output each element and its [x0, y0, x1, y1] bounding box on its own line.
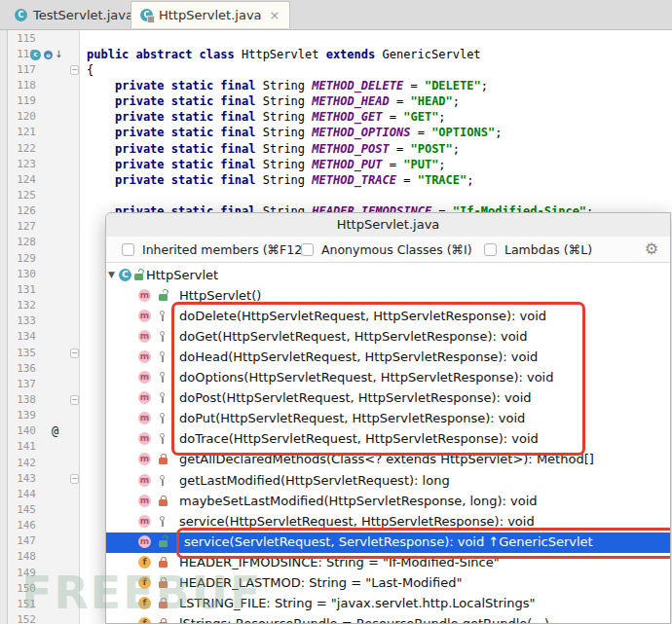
private-visibility-icon	[158, 496, 168, 508]
code-line: {	[87, 63, 93, 77]
protected-visibility-icon	[158, 351, 168, 364]
structure-row[interactable]: mdoOptions(HttpServletRequest, HttpServl…	[106, 368, 670, 388]
structure-row[interactable]: mgetAllDeclaredMethods(Class<? extends H…	[106, 450, 670, 470]
structure-member-list[interactable]: ▼CHttpServletmHttpServlet()mdoDelete(Htt…	[106, 262, 670, 623]
member-label: lStrings: ResourceBundle = ResourceBundl…	[179, 616, 549, 623]
member-label: doDelete(HttpServletRequest, HttpServlet…	[179, 309, 546, 323]
popup-title: HttpServlet.java	[106, 213, 670, 238]
code-token: String	[263, 126, 313, 139]
checkbox-icon[interactable]	[122, 243, 134, 256]
structure-row[interactable]: mdoPost(HttpServletRequest, HttpServletR…	[106, 388, 670, 409]
filter-anonymous-classes[interactable]: Anonymous Classes (⌘I)	[301, 237, 472, 262]
overridden-arrow-icon[interactable]: ↓	[55, 49, 62, 59]
checkbox-icon[interactable]	[301, 243, 314, 256]
member-label: doPost(HttpServletRequest, HttpServletRe…	[179, 390, 532, 405]
protected-visibility-icon	[158, 475, 168, 488]
method-icon: m	[138, 453, 151, 465]
code-token: ;	[453, 94, 460, 108]
public-visibility-icon	[158, 290, 168, 303]
structure-row[interactable]: mgetLastModified(HttpServletRequest): lo…	[106, 471, 670, 492]
structure-row[interactable]: mmaybeSetLastModified(HttpServletRespons…	[106, 492, 670, 512]
member-label: doTrace(HttpServletRequest, HttpServletR…	[179, 431, 539, 446]
method-icon: m	[138, 515, 151, 528]
line-number: 137	[10, 378, 36, 390]
line-number: 152	[10, 613, 36, 624]
protected-visibility-icon	[158, 413, 168, 425]
private-visibility-icon	[158, 454, 168, 466]
structure-row[interactable]: ▼CHttpServlet	[106, 266, 670, 286]
private-visibility-icon	[158, 577, 168, 590]
member-label: getAllDeclaredMethods(Class<? extends Ht…	[179, 452, 594, 466]
code-token: extends	[326, 48, 383, 61]
protected-visibility-icon	[158, 433, 168, 446]
method-icon: m	[138, 289, 151, 302]
class-icon: C	[15, 9, 27, 21]
line-number: 117	[10, 63, 36, 76]
structure-row[interactable]: fLSTRING_FILE: String = "javax.servlet.h…	[106, 594, 670, 614]
code-line: private static final String METHOD_HEAD …	[115, 94, 460, 108]
structure-row[interactable]: mdoHead(HttpServletRequest, HttpServletR…	[106, 348, 670, 368]
filter-lambdas[interactable]: Lambdas (⌘L)	[484, 237, 592, 262]
line-number: 147	[10, 534, 36, 547]
code-token: String	[263, 110, 313, 124]
class-gutter-icon[interactable]: c	[30, 50, 41, 60]
code-token: private static final	[115, 173, 263, 187]
member-label: HttpServlet()	[179, 288, 261, 303]
code-token: ;	[453, 142, 460, 156]
structure-row[interactable]: fHEADER_LASTMOD: String = "Last-Modified…	[106, 573, 670, 594]
code-token: private static final	[115, 158, 263, 171]
tab-label: HttpServlet.java	[159, 8, 262, 22]
structure-row[interactable]: mdoGet(HttpServletRequest, HttpServletRe…	[106, 327, 670, 348]
filter-label: Lambdas (⌘L)	[504, 242, 592, 257]
code-token: =	[396, 173, 418, 187]
checkbox-icon[interactable]	[484, 243, 497, 256]
overridden-marker-icon[interactable]: o	[44, 51, 53, 59]
field-icon: f	[138, 597, 151, 609]
line-number: 120	[10, 110, 36, 123]
fold-marker-icon[interactable]: −	[70, 395, 79, 405]
member-label: doPut(HttpServletRequest, HttpServletRes…	[179, 411, 525, 425]
structure-row[interactable]: mdoDelete(HttpServletRequest, HttpServle…	[106, 307, 670, 327]
line-number: 115	[10, 32, 36, 45]
line-number: 128	[10, 236, 36, 248]
code-line: private static final String METHOD_TRACE…	[115, 173, 474, 187]
structure-row[interactable]: fHEADER_IFMODSINCE: String = "If-Modifie…	[106, 553, 670, 573]
protected-visibility-icon	[158, 392, 168, 405]
line-number: 124	[10, 173, 36, 186]
code-line: private static final String METHOD_DELET…	[115, 79, 488, 92]
member-label: doGet(HttpServletRequest, HttpServletRes…	[179, 329, 527, 344]
fold-marker-icon[interactable]: −	[70, 474, 79, 484]
public-visibility-icon	[158, 536, 168, 549]
line-number: 142	[10, 457, 36, 469]
gear-icon[interactable]: ⚙	[645, 239, 658, 258]
tab-httpservlet[interactable]: C HttpServlet.java ×	[131, 1, 290, 28]
fold-marker-icon[interactable]: −	[70, 349, 79, 358]
member-label: maybeSetLastModified(HttpServletResponse…	[179, 494, 538, 508]
protected-visibility-icon	[158, 311, 168, 323]
structure-row[interactable]: mservice(HttpServletRequest, HttpServlet…	[106, 512, 670, 532]
line-number: 129	[10, 252, 36, 265]
fold-marker-icon[interactable]: −	[70, 65, 79, 75]
public-visibility-icon	[133, 270, 144, 282]
code-token: =	[410, 126, 431, 139]
field-icon: f	[138, 576, 151, 589]
structure-row[interactable]: mdoPut(HttpServletRequest, HttpServletRe…	[106, 409, 670, 429]
code-token: METHOD_DELETE	[312, 79, 403, 92]
structure-row[interactable]: mdoTrace(HttpServletRequest, HttpServlet…	[106, 429, 670, 450]
code-token: =	[390, 94, 411, 108]
line-number: 136	[10, 362, 36, 375]
protected-visibility-icon	[158, 372, 168, 385]
structure-row[interactable]: mservice(ServletRequest, ServletResponse…	[106, 532, 670, 553]
method-icon: m	[138, 495, 151, 507]
code-token: private static final	[115, 142, 263, 156]
structure-row[interactable]: flStrings: ResourceBundle = ResourceBund…	[106, 614, 670, 623]
code-token: String	[263, 94, 313, 108]
line-number: 131	[10, 283, 36, 296]
code-token: "PUT"	[403, 158, 438, 171]
expand-arrow-icon[interactable]: ▼	[108, 270, 115, 279]
filter-inherited-members[interactable]: Inherited members (⌘F12)	[122, 237, 307, 262]
structure-row[interactable]: mHttpServlet()	[106, 286, 670, 307]
field-icon: f	[138, 556, 151, 569]
line-number: 126	[10, 204, 36, 217]
close-icon[interactable]: ×	[270, 9, 280, 21]
